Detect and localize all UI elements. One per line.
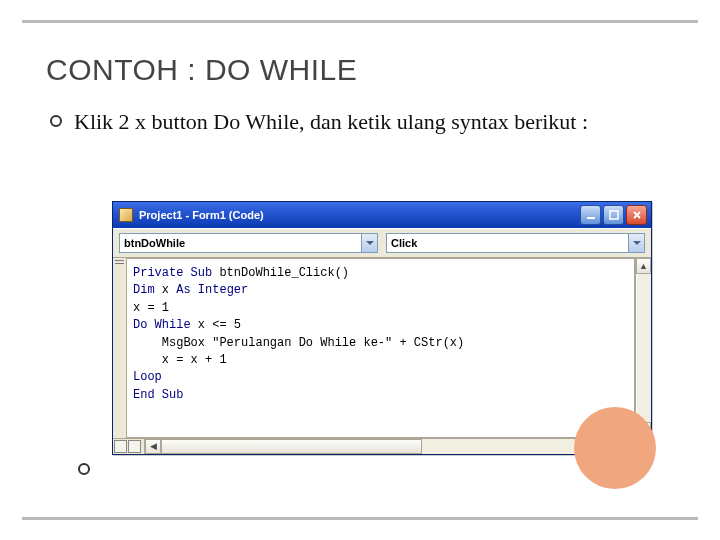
vb-code-window: Project1 - Form1 (Code) btnDoWhile Click [112,201,652,455]
object-combo-value: btnDoWhile [124,237,361,249]
object-combo[interactable]: btnDoWhile [119,233,378,253]
close-button[interactable] [626,205,647,225]
svg-rect-0 [587,217,595,219]
svg-rect-1 [610,211,618,219]
titlebar[interactable]: Project1 - Form1 (Code) [113,202,651,228]
view-mode-icons[interactable] [113,439,145,454]
event-combo[interactable]: Click [386,233,645,253]
slide-decoration-circle [574,407,656,489]
horizontal-scrollbar[interactable]: ◀ ▶ [113,438,651,454]
bullet-icon [78,463,90,475]
scroll-left-button[interactable]: ◀ [145,439,161,454]
margin-bar [113,258,127,438]
slide-title: CONTOH : DO WHILE [46,53,698,87]
event-combo-value: Click [391,237,628,249]
maximize-button[interactable] [603,205,624,225]
chevron-down-icon[interactable] [628,234,644,252]
scroll-up-button[interactable]: ▲ [636,258,651,274]
bullet-row-1: Klik 2 x button Do While, dan ketik ulan… [50,109,698,135]
window-title: Project1 - Form1 (Code) [139,209,580,221]
scroll-h-track[interactable] [161,439,635,454]
scroll-track[interactable] [636,274,651,422]
code-editor[interactable]: Private Sub btnDoWhile_Click() Dim x As … [127,258,635,438]
proc-view-icon[interactable] [114,440,127,453]
bullet-row-2 [78,457,102,475]
scroll-h-thumb[interactable] [161,439,422,454]
bullet-icon [50,115,62,127]
bullet-text-1: Klik 2 x button Do While, dan ketik ulan… [74,109,588,135]
chevron-down-icon[interactable] [361,234,377,252]
minimize-button[interactable] [580,205,601,225]
full-view-icon[interactable] [128,440,141,453]
app-icon [119,208,133,222]
vertical-scrollbar[interactable]: ▲ ▼ [635,258,651,438]
